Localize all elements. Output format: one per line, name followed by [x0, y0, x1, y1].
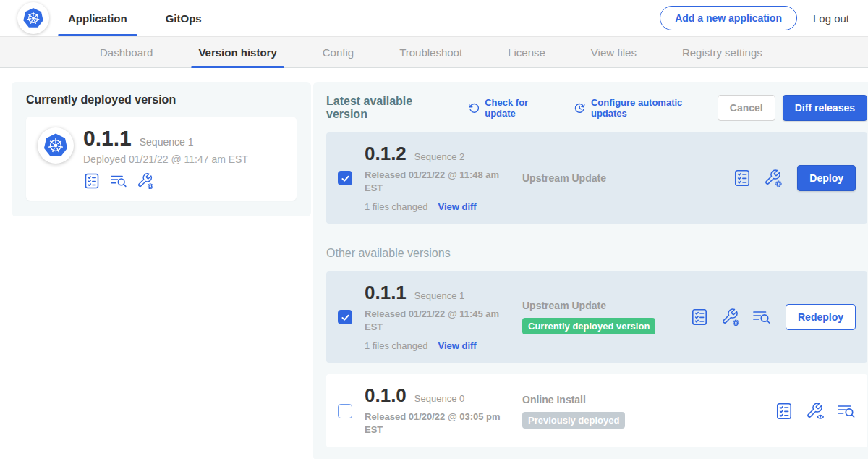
cancel-button[interactable]: Cancel — [718, 95, 775, 121]
files-changed-label: 1 files changed — [365, 340, 427, 351]
version-actions: Redeploy — [690, 304, 856, 330]
deployed-version-number: 0.1.1 — [83, 127, 132, 149]
currently-deployed-title: Currently deployed version — [26, 93, 297, 106]
deployed-sequence-label: Sequence 1 — [140, 136, 194, 148]
checkmark-icon — [340, 312, 351, 323]
version-card-0-1-2: 0.1.2 Sequence 2 Released 01/21/22 @ 11:… — [326, 132, 867, 224]
version-source: Upstream Update — [522, 172, 690, 184]
refresh-icon — [468, 102, 480, 114]
check-for-update-link[interactable]: Check for update — [468, 97, 560, 119]
version-card-0-1-0: 0.1.0 Sequence 0 Released 01/20/22 @ 03:… — [326, 374, 867, 447]
add-application-button[interactable]: Add a new application — [660, 6, 797, 30]
version-card-0-1-1: 0.1.1 Sequence 1 Released 01/21/22 @ 11:… — [326, 271, 867, 363]
subnav-view-files[interactable]: View files — [584, 37, 644, 67]
sequence-label: Sequence 1 — [414, 290, 464, 301]
kubernetes-logo — [17, 2, 49, 34]
version-checkbox[interactable] — [338, 171, 352, 185]
files-changed-label: 1 files changed — [365, 201, 427, 212]
version-actions: Deploy — [733, 165, 856, 191]
logout-link[interactable]: Log out — [813, 12, 849, 25]
latest-available-title: Latest available version — [326, 95, 454, 121]
view-files-icon[interactable] — [752, 308, 771, 327]
main-content: Currently deployed version 0.1.1 Sequenc… — [0, 68, 868, 459]
view-files-icon[interactable] — [110, 172, 127, 190]
subnav-registry-settings[interactable]: Registry settings — [675, 37, 770, 67]
version-actions — [775, 402, 856, 421]
tab-application[interactable]: Application — [58, 0, 137, 36]
release-notes-icon[interactable] — [83, 172, 101, 190]
subnav-config[interactable]: Config — [315, 37, 361, 67]
released-timestamp: Released 01/20/22 @ 03:05 pm EST — [365, 410, 506, 436]
top-nav: Application GitOps Add a new application… — [0, 0, 868, 36]
release-notes-icon[interactable] — [690, 308, 709, 327]
view-diff-link[interactable]: View diff — [438, 340, 476, 351]
sequence-label: Sequence 2 — [414, 151, 464, 162]
header-buttons: Cancel Diff releases — [718, 95, 867, 121]
release-notes-icon[interactable] — [733, 169, 752, 188]
deployed-timestamp: Deployed 01/21/22 @ 11:47 am EST — [83, 153, 248, 165]
previously-deployed-badge: Previously deployed — [522, 412, 625, 429]
deployed-version-card: 0.1.1 Sequence 1 Deployed 01/21/22 @ 11:… — [26, 117, 297, 201]
version-info: 0.1.1 Sequence 1 Released 01/21/22 @ 11:… — [365, 283, 522, 351]
subnav-troubleshoot[interactable]: Troubleshoot — [392, 37, 469, 67]
version-info: 0.1.0 Sequence 0 Released 01/20/22 @ 03:… — [365, 386, 522, 436]
view-diff-link[interactable]: View diff — [438, 201, 476, 212]
edit-config-icon[interactable] — [764, 169, 783, 188]
version-checkbox[interactable] — [338, 404, 352, 418]
available-versions-panel: Latest available version Check for updat… — [313, 82, 868, 459]
subnav-version-history[interactable]: Version history — [191, 37, 284, 67]
configure-updates-link[interactable]: Configure automatic updates — [574, 97, 717, 119]
source-label: Upstream Update — [522, 172, 690, 184]
edit-config-icon[interactable] — [721, 308, 740, 327]
version-info: 0.1.2 Sequence 2 Released 01/21/22 @ 11:… — [365, 144, 522, 212]
checkmark-icon — [340, 173, 351, 184]
deployed-version-info: 0.1.1 Sequence 1 Deployed 01/21/22 @ 11:… — [83, 127, 248, 190]
release-notes-icon[interactable] — [775, 402, 793, 421]
redeploy-button[interactable]: Redeploy — [786, 304, 856, 330]
version-number: 0.1.0 — [365, 386, 407, 405]
app-sub-nav: Dashboard Version history Config Trouble… — [0, 36, 868, 68]
version-source: Online Install Previously deployed — [522, 394, 690, 429]
available-versions-header: Latest available version Check for updat… — [326, 95, 867, 121]
version-number: 0.1.1 — [365, 283, 407, 302]
version-source: Upstream Update Currently deployed versi… — [522, 300, 690, 334]
view-config-icon[interactable] — [806, 402, 825, 421]
kubernetes-logo-icon — [41, 131, 70, 160]
view-files-icon[interactable] — [837, 402, 856, 421]
check-for-update-label: Check for update — [485, 97, 559, 119]
top-nav-right: Add a new application Log out — [660, 6, 849, 30]
top-nav-tabs: Application GitOps — [58, 0, 212, 36]
sequence-label: Sequence 0 — [414, 393, 464, 404]
released-timestamp: Released 01/21/22 @ 11:48 am EST — [365, 169, 506, 194]
clock-refresh-icon — [574, 102, 586, 114]
currently-deployed-badge: Currently deployed version — [522, 318, 655, 334]
subnav-dashboard[interactable]: Dashboard — [93, 37, 160, 67]
tab-gitops[interactable]: GitOps — [156, 0, 212, 36]
kubernetes-logo-icon — [21, 6, 46, 30]
currently-deployed-panel: Currently deployed version 0.1.1 Sequenc… — [12, 82, 311, 216]
edit-config-icon[interactable] — [137, 172, 154, 190]
source-label: Upstream Update — [522, 300, 690, 311]
diff-releases-button[interactable]: Diff releases — [783, 95, 867, 121]
app-icon — [38, 127, 74, 164]
subnav-license[interactable]: License — [501, 37, 553, 67]
version-checkbox[interactable] — [338, 310, 352, 324]
source-label: Online Install — [522, 394, 690, 405]
version-number: 0.1.2 — [365, 144, 407, 163]
deploy-button[interactable]: Deploy — [797, 165, 856, 191]
released-timestamp: Released 01/21/22 @ 11:45 am EST — [365, 308, 506, 333]
deployed-actions — [83, 172, 248, 190]
configure-updates-label: Configure automatic updates — [591, 97, 718, 119]
other-versions-title: Other available versions — [326, 247, 867, 260]
